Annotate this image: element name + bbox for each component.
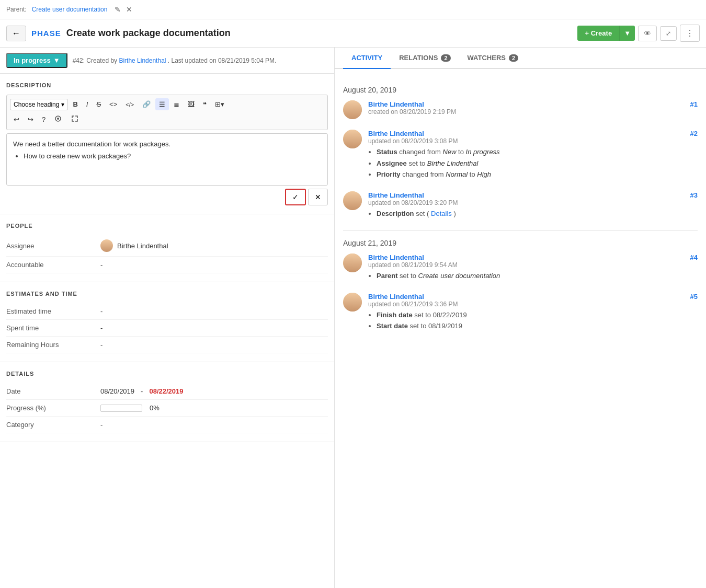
heading-select[interactable]: Choose heading ▾ xyxy=(10,99,68,110)
progress-value[interactable]: 0% xyxy=(100,404,328,412)
change-parent: Parent set to Create user documentation xyxy=(377,271,698,281)
activity-changes-2: Status changed from New to In progress A… xyxy=(377,147,698,180)
details-title: DETAILS xyxy=(6,371,328,377)
avatar-4 xyxy=(343,253,362,272)
activity-user-2[interactable]: Birthe Lindenthal xyxy=(368,130,424,137)
assignee-row: Assignee Birthe Lindenthal xyxy=(6,235,328,257)
status-info: #42: Created by Birthe Lindenthal . Last… xyxy=(73,57,277,64)
code-button[interactable]: <> xyxy=(106,98,121,110)
preview-button[interactable] xyxy=(50,112,66,126)
date-end: 08/22/2019 xyxy=(149,387,183,395)
parent-label: Parent: xyxy=(6,6,27,13)
activity-user-4[interactable]: Birthe Lindenthal xyxy=(368,253,424,261)
assignee-avatar xyxy=(100,239,113,252)
parent-link[interactable]: Create user documentation xyxy=(32,6,108,13)
activity-num-4: #4 xyxy=(690,253,698,261)
remaining-hours-value[interactable]: - xyxy=(100,341,328,349)
inline-code-button[interactable]: </> xyxy=(122,99,138,110)
assignee-value[interactable]: Birthe Lindenthal xyxy=(100,239,328,252)
tab-watchers[interactable]: WATCHERS 2 xyxy=(459,48,527,69)
activity-content-3: Birthe Lindenthal updated on 08/20/2019 … xyxy=(368,191,698,220)
description-text: We need a better documentation for work … xyxy=(13,140,321,148)
activity-num-2: #2 xyxy=(690,130,698,137)
description-bullet: How to create new work packages? xyxy=(24,152,321,160)
date-label: Date xyxy=(6,387,100,395)
progress-label: Progress (%) xyxy=(6,404,100,412)
remove-parent-button[interactable]: ✕ xyxy=(125,4,133,15)
back-button[interactable]: ← xyxy=(6,26,26,41)
change-start-date: Start date set to 08/19/2019 xyxy=(377,321,698,331)
tabs: ACTIVITY RELATIONS 2 WATCHERS 2 xyxy=(335,48,706,69)
confirm-edit-button[interactable]: ✓ xyxy=(285,189,306,205)
avatar-3 xyxy=(343,191,362,210)
redo-button[interactable]: ↪ xyxy=(24,113,37,125)
status-bar: In progress ▼ #42: Created by Birthe Lin… xyxy=(0,48,334,74)
more-options-button[interactable]: ⋮ xyxy=(680,25,700,42)
activity-num-5: #5 xyxy=(690,293,698,301)
tab-relations[interactable]: RELATIONS 2 xyxy=(391,48,459,69)
activity-item-1: Birthe Lindenthal created on 08/20/2019 … xyxy=(343,100,698,119)
table-button[interactable]: ⊞▾ xyxy=(211,98,228,110)
people-section: PEOPLE Assignee Birthe Lindenthal Accoun… xyxy=(0,214,334,282)
activity-user-1[interactable]: Birthe Lindenthal xyxy=(368,100,424,108)
create-dropdown-button[interactable]: ▼ xyxy=(619,26,635,41)
activity-item-3: Birthe Lindenthal updated on 08/20/2019 … xyxy=(343,191,698,220)
spent-time-value[interactable]: - xyxy=(100,324,328,332)
fullscreen-editor-button[interactable] xyxy=(67,112,83,126)
cancel-edit-button[interactable]: ✕ xyxy=(308,189,328,205)
watchers-badge: 2 xyxy=(509,54,518,62)
activity-date-4: updated on 08/21/2019 9:54 AM xyxy=(368,261,458,269)
progress-row: Progress (%) 0% xyxy=(6,400,328,417)
strikethrough-button[interactable]: S xyxy=(93,98,105,110)
ul-button[interactable]: ☰ xyxy=(155,98,169,110)
remaining-hours-row: Remaining Hours - xyxy=(6,337,328,353)
expand-button[interactable]: ⤢ xyxy=(660,26,677,41)
activity-content-4: Birthe Lindenthal updated on 08/21/2019 … xyxy=(368,253,698,282)
main-layout: In progress ▼ #42: Created by Birthe Lin… xyxy=(0,48,706,588)
image-button[interactable]: 🖼 xyxy=(184,98,198,110)
date-value[interactable]: 08/20/2019 - 08/22/2019 xyxy=(100,387,328,395)
avatar-2 xyxy=(343,130,362,148)
creator-link[interactable]: Birthe Lindenthal xyxy=(119,57,166,64)
change-assignee: Assignee set to Birthe Lindenthal xyxy=(377,158,698,169)
create-button[interactable]: + Create xyxy=(577,26,619,41)
editor-actions: ✓ ✕ xyxy=(6,189,328,205)
estimated-time-value[interactable]: - xyxy=(100,307,328,315)
accountable-value[interactable]: - xyxy=(100,261,328,269)
ol-button[interactable]: ≣ xyxy=(170,98,183,110)
activity-content-5: Birthe Lindenthal updated on 08/21/2019 … xyxy=(368,293,698,332)
activity-num-1: #1 xyxy=(690,100,698,108)
page-title: Create work package documentation xyxy=(66,28,231,39)
italic-button[interactable]: I xyxy=(83,98,92,110)
estimated-time-label: Estimated time xyxy=(6,307,100,315)
tab-activity[interactable]: ACTIVITY xyxy=(343,48,391,69)
quote-button[interactable]: ❝ xyxy=(199,98,210,110)
status-badge[interactable]: In progress ▼ xyxy=(6,53,67,68)
edit-parent-button[interactable]: ✎ xyxy=(113,4,122,15)
date-start: 08/20/2019 xyxy=(100,387,134,395)
link-button[interactable]: 🔗 xyxy=(139,98,154,110)
estimates-title: ESTIMATES AND TIME xyxy=(6,291,328,297)
editor-content[interactable]: We need a better documentation for work … xyxy=(6,133,328,186)
activity-user-5[interactable]: Birthe Lindenthal xyxy=(368,293,424,301)
spent-time-row: Spent time - xyxy=(6,320,328,337)
activity-date-3: updated on 08/20/2019 3:20 PM xyxy=(368,199,458,206)
category-value[interactable]: - xyxy=(100,421,328,429)
estimates-section: ESTIMATES AND TIME Estimated time - Spen… xyxy=(0,282,334,362)
bold-button[interactable]: B xyxy=(69,98,81,110)
activity-num-3: #3 xyxy=(690,191,698,199)
undo-button[interactable]: ↩ xyxy=(10,113,23,125)
details-link[interactable]: Details xyxy=(431,210,452,217)
category-row: Category - xyxy=(6,417,328,433)
phase-label: PHASE xyxy=(31,29,61,38)
help-button[interactable]: ? xyxy=(38,113,49,125)
accountable-row: Accountable - xyxy=(6,257,328,273)
avatar-1 xyxy=(343,100,362,119)
svg-point-1 xyxy=(57,118,59,120)
activity-item-4: Birthe Lindenthal updated on 08/21/2019 … xyxy=(343,253,698,282)
activity-item-5: Birthe Lindenthal updated on 08/21/2019 … xyxy=(343,293,698,332)
left-panel: In progress ▼ #42: Created by Birthe Lin… xyxy=(0,48,335,588)
activity-user-3[interactable]: Birthe Lindenthal xyxy=(368,191,424,199)
avatar-5 xyxy=(343,293,362,312)
watch-button[interactable]: 👁 xyxy=(638,26,657,41)
